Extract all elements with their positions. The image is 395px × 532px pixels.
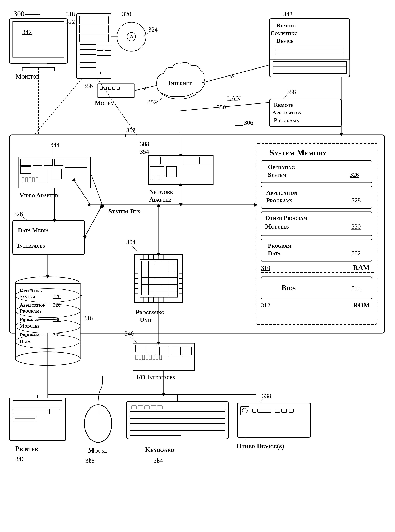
svg-rect-241: [138, 406, 143, 409]
ref-318: 318: [66, 11, 75, 18]
svg-rect-237: [130, 418, 225, 424]
ref-358: 358: [287, 89, 296, 95]
svg-rect-4: [13, 21, 64, 57]
svg-rect-32: [97, 84, 135, 97]
svg-rect-225: [13, 410, 47, 413]
svg-rect-236: [130, 412, 225, 417]
sm-bios-ref: 314: [351, 285, 361, 292]
svg-text:Adapter: Adapter: [149, 196, 171, 203]
svg-text:Modules: Modules: [265, 223, 289, 230]
svg-rect-110: [166, 167, 177, 177]
ref-320: 320: [122, 11, 131, 18]
svg-rect-184: [182, 347, 192, 355]
svg-text:System: System: [268, 171, 286, 178]
svg-text:Application: Application: [266, 189, 297, 196]
ram-label: RAM: [353, 264, 370, 271]
svg-rect-37: [117, 87, 120, 90]
internet-label: Internet: [169, 80, 192, 87]
svg-rect-238: [130, 425, 225, 430]
svg-rect-189: [149, 355, 151, 359]
svg-text:Data: Data: [20, 338, 31, 344]
monitor-label: Monitor: [15, 73, 39, 80]
svg-rect-226: [49, 409, 60, 414]
svg-rect-235: [130, 405, 225, 410]
ref-308: 308: [140, 140, 149, 147]
mouse-label: Mouse: [88, 446, 107, 454]
ref-326-dmi: 326: [14, 211, 23, 217]
printer-label: Printer: [15, 445, 38, 452]
svg-text:Device: Device: [276, 38, 294, 44]
svg-rect-113: [159, 175, 161, 180]
svg-rect-24: [105, 50, 111, 54]
svg-rect-240: [131, 406, 137, 409]
sm-modules-ref: 330: [351, 223, 361, 230]
ref-340: 340: [125, 330, 134, 337]
svg-rect-36: [113, 87, 115, 90]
svg-rect-185: [136, 355, 138, 359]
svg-rect-111: [152, 175, 154, 180]
svg-rect-243: [151, 406, 156, 409]
system-bus-label: System Bus: [108, 208, 140, 215]
svg-rect-239: [130, 432, 181, 436]
ref-334: 334: [154, 457, 163, 464]
svg-rect-101: [29, 178, 31, 182]
svg-text:Operating: Operating: [268, 164, 295, 170]
svg-rect-35: [108, 87, 111, 90]
svg-rect-224: [13, 400, 62, 407]
svg-rect-103: [36, 178, 38, 182]
remote-computing-label: Remote: [276, 22, 296, 28]
svg-rect-100: [26, 178, 28, 182]
svg-rect-248: [241, 406, 249, 415]
svg-rect-251: [258, 409, 271, 412]
svg-rect-253: [281, 409, 287, 412]
modem-label: Modem: [95, 99, 115, 106]
svg-rect-190: [153, 355, 155, 359]
sm-app-ref: 328: [351, 197, 361, 204]
diagram-container: 300 342 Monitor 318 322 320 324 356: [0, 0, 395, 532]
svg-text:Program: Program: [268, 242, 292, 249]
svg-rect-117: [13, 220, 84, 254]
svg-rect-188: [146, 355, 148, 359]
svg-text:Data: Data: [268, 250, 281, 257]
svg-rect-96: [33, 169, 47, 183]
sm-rom-ref-312: 312: [261, 302, 270, 309]
ref-344: 344: [50, 141, 60, 148]
svg-rect-191: [156, 355, 158, 359]
keyboard-label: Keyboard: [145, 446, 174, 453]
svg-rect-228: [13, 417, 37, 421]
svg-rect-93: [33, 159, 42, 166]
system-memory-label: System Memory: [269, 148, 327, 157]
disk-app-ref: 328: [53, 302, 60, 308]
svg-rect-94: [44, 159, 53, 166]
sm-os-ref: 326: [350, 171, 359, 178]
ref-302: 302: [126, 127, 136, 134]
ref-322: 322: [66, 18, 75, 25]
svg-rect-180: [136, 345, 145, 352]
svg-rect-23: [97, 50, 103, 54]
svg-rect-10: [79, 34, 108, 42]
svg-rect-112: [155, 175, 157, 180]
svg-rect-92: [21, 167, 31, 173]
sm-ram-ref-310: 310: [261, 264, 270, 271]
svg-rect-107: [184, 157, 198, 164]
svg-rect-135: [140, 260, 177, 297]
svg-rect-95: [55, 159, 63, 166]
svg-rect-250: [252, 409, 256, 412]
ref-304: 304: [126, 239, 136, 246]
svg-point-29: [130, 35, 133, 38]
disk-modules-ref: 330: [53, 316, 60, 322]
svg-rect-242: [144, 406, 149, 409]
svg-text:System: System: [20, 293, 35, 299]
svg-text:Application: Application: [272, 109, 302, 116]
lan-label: LAN: [227, 95, 241, 102]
svg-text:Other Program: Other Program: [265, 214, 307, 221]
svg-rect-26: [101, 72, 106, 74]
fig-label: 300: [14, 10, 24, 18]
svg-rect-105: [150, 157, 159, 164]
ref-306: 306: [244, 119, 253, 126]
ref-324: 324: [148, 26, 158, 33]
io-interfaces-label: I/O Interfaces: [137, 374, 175, 381]
svg-rect-98: [65, 159, 87, 167]
svg-rect-181: [147, 345, 156, 352]
svg-rect-183: [171, 347, 180, 355]
